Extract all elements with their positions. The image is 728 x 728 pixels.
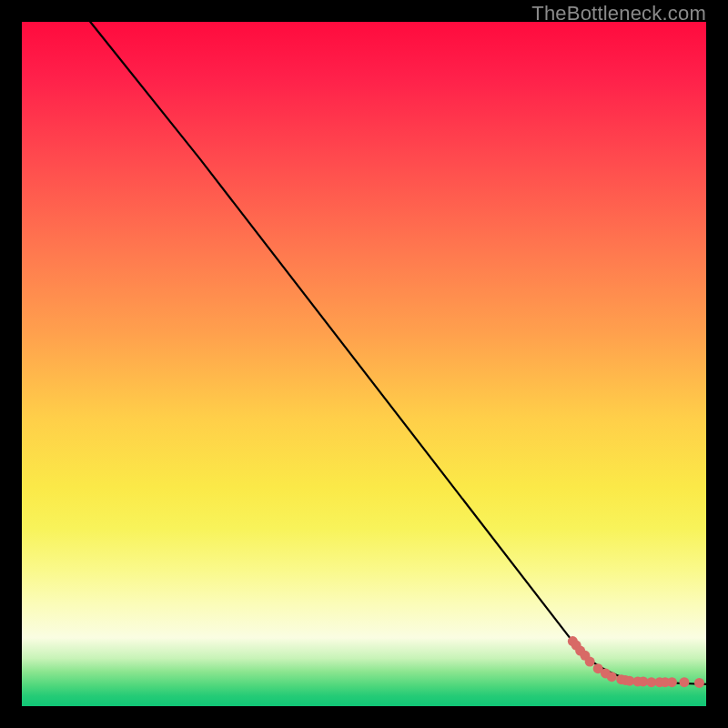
dot [585, 657, 595, 667]
dot [667, 677, 677, 687]
chart-svg [22, 22, 706, 706]
chart-frame: TheBottleneck.com [0, 0, 728, 728]
dot [694, 678, 704, 688]
series-dots [568, 636, 704, 688]
dot [679, 677, 689, 687]
series-curve [90, 22, 706, 684]
dot [607, 672, 617, 682]
plot-area [22, 22, 706, 706]
